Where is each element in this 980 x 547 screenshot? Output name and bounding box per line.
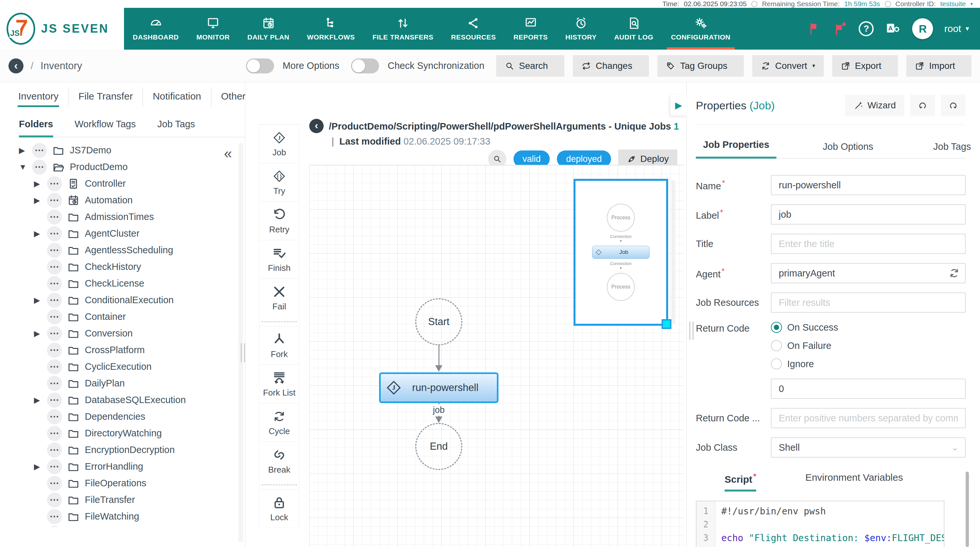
end-node[interactable]: End [415, 423, 462, 470]
agent-field[interactable] [771, 263, 966, 283]
flag-gear-icon[interactable] [833, 22, 848, 36]
tree-caret-icon[interactable] [34, 462, 47, 471]
nav-item[interactable]: DASHBOARD [124, 8, 188, 49]
tree-menu-icon[interactable] [47, 426, 62, 441]
tabs-overflow-icon[interactable]: ⋯ [978, 141, 980, 159]
palette-item[interactable]: J Job [259, 124, 299, 163]
tree-item[interactable]: FileOperations [0, 475, 245, 491]
palette-item[interactable]: Retry [259, 201, 299, 240]
tree-item[interactable]: CheckLicense [0, 275, 245, 292]
app-logo[interactable]: 7 JS JS SEVEN [0, 8, 124, 49]
nav-item[interactable]: MONITOR [188, 8, 239, 49]
tree-item[interactable]: EncryptionDecryption [0, 442, 245, 458]
radio-on-failure[interactable]: On Failure [771, 340, 915, 351]
tab-script[interactable]: Script* [725, 472, 756, 491]
flag-icon[interactable] [808, 22, 822, 36]
tree-item[interactable]: DatabaseSQLExecution [0, 392, 245, 408]
check-synchronization-toggle[interactable] [351, 58, 379, 73]
script-editor[interactable]: 12345 #!/usr/bin/env pwshecho "Flight De… [696, 501, 945, 547]
start-node[interactable]: Start [415, 298, 462, 345]
workflow-back-button[interactable]: ‹ [309, 119, 324, 133]
tree-menu-icon[interactable] [47, 209, 62, 225]
sidebar-subtab[interactable]: Folders [19, 119, 53, 137]
minimap-resize-handle[interactable] [662, 319, 671, 329]
tree-item[interactable]: CrossPlatform [0, 342, 245, 358]
tab-job-properties[interactable]: Job Properties [696, 139, 776, 159]
palette-item[interactable]: Break [259, 442, 299, 480]
tree-caret-icon[interactable] [34, 179, 47, 188]
tree-menu-icon[interactable] [47, 526, 62, 528]
nav-item[interactable]: RESOURCES [442, 8, 505, 49]
toolbar-button[interactable]: Tag Groups ▾ [657, 55, 744, 77]
tree-item[interactable]: JS7Demo [0, 142, 245, 159]
wizard-button[interactable]: Wizard [845, 95, 904, 116]
more-options-toggle[interactable] [246, 58, 274, 73]
sidebar-subtab[interactable]: Job Tags [157, 119, 195, 137]
toolbar-button[interactable]: Convert ▾ [752, 55, 824, 77]
tree-menu-icon[interactable] [47, 276, 62, 291]
controller-refresh-icon[interactable] [885, 1, 891, 7]
toolbar-button[interactable]: Search ▾ [496, 55, 565, 77]
controller-value[interactable]: testsuite [940, 0, 966, 8]
job-resources-field[interactable] [771, 292, 966, 313]
sidebar-tab[interactable]: Inventory [8, 88, 68, 107]
tab-job-tags[interactable]: Job Tags [926, 141, 978, 159]
redo-button[interactable] [941, 95, 966, 116]
palette-item[interactable]: Finish [259, 240, 299, 278]
sidebar-scrollbar[interactable] [239, 143, 243, 542]
tree-item[interactable]: CyclicExecution [0, 358, 245, 375]
tree-caret-icon[interactable] [34, 229, 47, 238]
tree-item[interactable]: Controller [0, 175, 245, 192]
tree-menu-icon[interactable] [47, 493, 62, 507]
tree-item[interactable]: Dependencies [0, 408, 245, 425]
tree-menu-icon[interactable] [47, 443, 62, 458]
tree-caret-icon[interactable] [19, 163, 32, 172]
name-field[interactable] [771, 175, 966, 195]
tree-menu-icon[interactable] [47, 509, 62, 524]
panel-expander-icon[interactable]: ▶ [670, 95, 687, 116]
nav-item[interactable]: WORKFLOWS [298, 8, 364, 49]
palette-item[interactable]: Cycle [259, 403, 299, 442]
tree-caret-icon[interactable] [34, 329, 47, 338]
tree-item[interactable]: DirectoryWatching [0, 425, 245, 442]
nav-item[interactable]: DAILY PLAN [239, 8, 298, 49]
palette-item[interactable]: Fork [259, 326, 299, 365]
palette-item[interactable]: Fail [259, 278, 299, 317]
title-field[interactable] [771, 234, 966, 254]
palette-item[interactable]: Fork List [259, 365, 299, 403]
script-editor-lines[interactable]: #!/usr/bin/env pwshecho "Flight Destinat… [716, 501, 945, 547]
tree-menu-icon[interactable] [47, 376, 62, 391]
help-icon[interactable]: ? [859, 21, 873, 36]
tree-menu-icon[interactable] [47, 409, 62, 424]
nav-item[interactable]: FILE TRANSFERS [364, 8, 442, 49]
nav-item[interactable]: CONFIGURATION [662, 8, 739, 49]
tree-item[interactable]: AgentCluster [0, 225, 245, 242]
radio-on-success[interactable]: On Success [771, 322, 915, 333]
tree-item[interactable]: FileTransfer [0, 491, 245, 508]
palette-item[interactable]: { } Try [259, 163, 299, 201]
sidebar-collapse-icon[interactable]: « [224, 146, 232, 161]
properties-scrollbar[interactable] [966, 472, 969, 547]
nav-item[interactable]: AUDIT LOG [606, 8, 662, 49]
tree-menu-icon[interactable] [47, 392, 62, 408]
nav-item[interactable]: HISTORY [557, 8, 606, 49]
tree-menu-icon[interactable] [47, 476, 62, 491]
tree-menu-icon[interactable] [47, 193, 62, 208]
tree-menu-icon[interactable] [47, 326, 62, 341]
language-settings-icon[interactable]: A [885, 21, 901, 36]
agent-refresh-icon[interactable] [949, 268, 960, 279]
tree-menu-icon[interactable] [47, 293, 62, 308]
tree-menu-icon[interactable] [47, 226, 62, 241]
tree-menu-icon[interactable] [47, 243, 62, 258]
tree-menu-icon[interactable] [47, 359, 62, 374]
tree-caret-icon[interactable] [19, 146, 32, 155]
toolbar-button[interactable]: Import ▾ [906, 55, 972, 77]
tree-menu-icon[interactable] [32, 143, 47, 158]
label-field[interactable] [771, 204, 966, 225]
undo-button[interactable] [910, 95, 935, 116]
tree-item[interactable]: Hello [0, 525, 245, 527]
back-button[interactable]: ‹ [8, 58, 24, 73]
avatar[interactable]: R [912, 18, 933, 39]
tree-menu-icon[interactable] [32, 159, 47, 175]
tree-item[interactable]: Container [0, 308, 245, 325]
